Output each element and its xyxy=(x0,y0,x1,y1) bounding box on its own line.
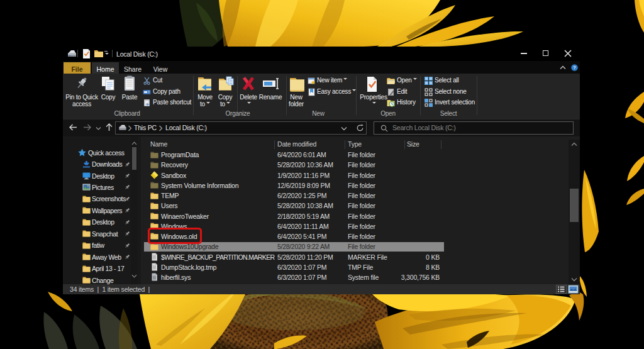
svg-text:?: ? xyxy=(573,65,576,70)
